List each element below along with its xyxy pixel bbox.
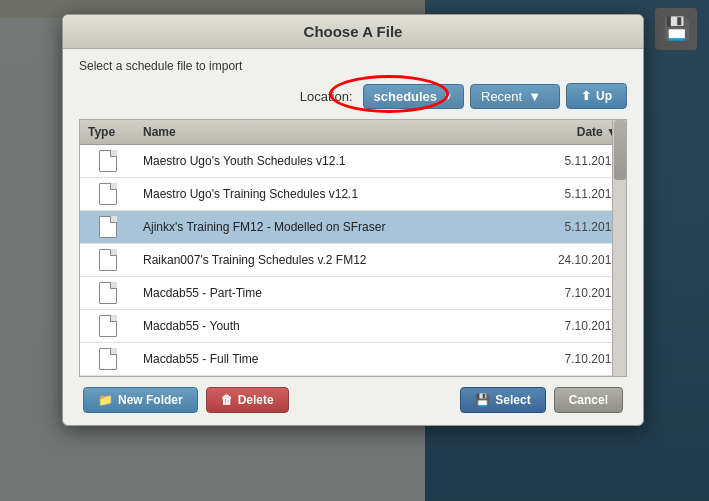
file-type-cell [80, 343, 135, 376]
location-value: schedules [374, 89, 438, 104]
file-list-container: Type Name Date ▼ Maestro Ugo's Youth Sch… [79, 119, 627, 377]
new-folder-label: New Folder [118, 393, 183, 407]
scrollbar-thumb[interactable] [614, 120, 626, 180]
table-row[interactable]: Macdab55 - Youth7.10.2011 [80, 310, 626, 343]
file-date-cell: 7.10.2011 [526, 343, 626, 376]
col-name: Name [135, 120, 526, 145]
file-name-cell: Maestro Ugo's Training Schedules v12.1 [135, 178, 526, 211]
delete-button[interactable]: 🗑 Delete [206, 387, 289, 413]
col-date: Date ▼ [526, 120, 626, 145]
file-name-cell: Maestro Ugo's Youth Schedules v12.1 [135, 145, 526, 178]
file-table: Type Name Date ▼ Maestro Ugo's Youth Sch… [80, 120, 626, 376]
scrollbar[interactable] [612, 120, 626, 376]
cancel-button[interactable]: Cancel [554, 387, 623, 413]
file-type-cell [80, 310, 135, 343]
file-name-cell: Macdab55 - Youth [135, 310, 526, 343]
file-name-cell: Raikan007's Training Schedules v.2 FM12 [135, 244, 526, 277]
recent-caret-icon: ▼ [528, 89, 541, 104]
footer-right: 💾 Select Cancel [460, 387, 623, 413]
file-name-cell: Macdab55 - Full Time [135, 343, 526, 376]
up-button[interactable]: ⬆ Up [566, 83, 627, 109]
file-icon [99, 216, 117, 238]
caret-icon: ▼ [443, 91, 453, 102]
delete-icon: 🗑 [221, 393, 233, 407]
file-icon [99, 183, 117, 205]
recent-dropdown[interactable]: Recent ▼ [470, 84, 560, 109]
delete-label: Delete [238, 393, 274, 407]
file-type-cell [80, 244, 135, 277]
file-date-cell: 24.10.2011 [526, 244, 626, 277]
new-folder-icon: 📁 [98, 393, 113, 407]
location-dropdown[interactable]: schedules ▼ [363, 84, 465, 109]
file-icon [99, 282, 117, 304]
file-icon [99, 249, 117, 271]
select-button[interactable]: 💾 Select [460, 387, 545, 413]
file-date-cell: 7.10.2011 [526, 277, 626, 310]
footer-left: 📁 New Folder 🗑 Delete [83, 387, 289, 413]
table-row[interactable]: Macdab55 - Full Time7.10.2011 [80, 343, 626, 376]
file-icon [99, 315, 117, 337]
file-icon [99, 348, 117, 370]
dialog-footer: 📁 New Folder 🗑 Delete 💾 Select Cancel [79, 387, 627, 413]
table-row[interactable]: Raikan007's Training Schedules v.2 FM122… [80, 244, 626, 277]
new-folder-button[interactable]: 📁 New Folder [83, 387, 198, 413]
file-type-cell [80, 145, 135, 178]
select-label: Select [495, 393, 530, 407]
file-icon [99, 150, 117, 172]
file-type-cell [80, 277, 135, 310]
table-row[interactable]: Maestro Ugo's Youth Schedules v12.15.11.… [80, 145, 626, 178]
file-type-cell [80, 178, 135, 211]
location-label: Location: [300, 89, 353, 104]
col-type: Type [80, 120, 135, 145]
cancel-label: Cancel [569, 393, 608, 407]
dialog-title: Choose A File [63, 15, 643, 49]
instruction-text: Select a schedule file to import [79, 59, 627, 73]
file-date-cell: 5.11.2011 [526, 145, 626, 178]
choose-file-dialog: Choose A File Select a schedule file to … [62, 14, 644, 426]
file-date-cell: 5.11.2011 [526, 211, 626, 244]
recent-label: Recent [481, 89, 522, 104]
file-type-cell [80, 211, 135, 244]
table-row[interactable]: Ajinkx's Training FM12 - Modelled on SFr… [80, 211, 626, 244]
table-row[interactable]: Maestro Ugo's Training Schedules v12.15.… [80, 178, 626, 211]
title-text: Choose A File [304, 23, 403, 40]
file-date-cell: 5.11.2011 [526, 178, 626, 211]
select-icon: 💾 [475, 393, 490, 407]
table-row[interactable]: Macdab55 - Part-Time7.10.2011 [80, 277, 626, 310]
file-name-cell: Macdab55 - Part-Time [135, 277, 526, 310]
up-label: Up [596, 89, 612, 103]
file-name-cell: Ajinkx's Training FM12 - Modelled on SFr… [135, 211, 526, 244]
file-date-cell: 7.10.2011 [526, 310, 626, 343]
dialog-body: Select a schedule file to import Locatio… [63, 49, 643, 413]
location-row: Location: schedules ▼ Recent ▼ ⬆ Up [79, 83, 627, 109]
floppy-disk-icon: 💾 [655, 8, 697, 50]
up-arrow-icon: ⬆ [581, 89, 591, 103]
